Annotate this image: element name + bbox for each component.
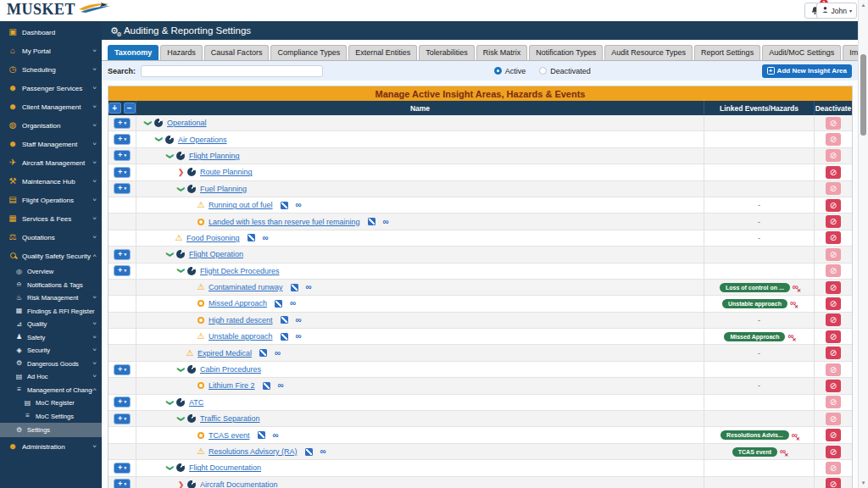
link-icon[interactable]: ∞	[290, 299, 296, 308]
sidebar-item-notifications-tags[interactable]: ⍾Notifications & Tags	[0, 279, 102, 292]
tab-audit-resource-types[interactable]: Audit Resource Types	[604, 45, 693, 60]
tab-notification-types[interactable]: Notification Types	[529, 45, 603, 60]
expand-all-button[interactable]: +	[108, 103, 121, 114]
tree-node-link[interactable]: High rated descent	[209, 316, 273, 324]
add-child-button[interactable]: +▾	[114, 413, 131, 424]
deactivate-button[interactable]: ⊘	[826, 380, 841, 392]
tree-node-link[interactable]: Aircraft Documentation	[200, 480, 278, 488]
add-new-insight-area-button[interactable]: + Add New Insight Area	[762, 64, 852, 78]
add-child-button[interactable]: +▾	[114, 183, 131, 194]
tree-node-link[interactable]: Food Poisoning	[186, 234, 240, 242]
diagram-icon[interactable]	[263, 382, 270, 390]
sidebar-item-dangerous-goods[interactable]: ⚙Dangerous Goods˅	[0, 358, 102, 371]
chevron-down-icon[interactable]: ❯	[166, 250, 174, 259]
tree-node-link[interactable]: Expired Medical	[198, 349, 252, 358]
chevron-down-icon[interactable]: ❯	[155, 135, 163, 144]
sidebar-item-client-management[interactable]: ☻Client Management˅	[0, 97, 102, 116]
sidebar-item-maintenance-hub[interactable]: ⚒Maintenance Hub˅	[0, 172, 102, 191]
sidebar-item-moc-register[interactable]: ▤MoC Register	[0, 396, 102, 410]
diagram-icon[interactable]	[281, 202, 288, 209]
sidebar-item-flight-operations[interactable]: ▤Flight Operations˅	[0, 191, 102, 209]
tree-node-link[interactable]: Unstable approach	[209, 332, 273, 341]
link-icon[interactable]: ∞	[275, 349, 281, 358]
diagram-icon[interactable]	[291, 284, 298, 291]
tree-node-link[interactable]: Air Operations	[178, 136, 227, 144]
tree-node-link[interactable]: Route Planning	[200, 168, 253, 176]
diagram-icon[interactable]	[281, 316, 288, 324]
add-child-button[interactable]: +▾	[114, 150, 131, 161]
link-icon[interactable]: ∞	[263, 234, 269, 242]
chevron-down-icon[interactable]: ❯	[177, 365, 185, 374]
tab-external-entities[interactable]: External Entities	[348, 45, 417, 60]
sidebar-item-dashboard[interactable]: ▣Dashboard	[0, 23, 102, 42]
chevron-right-icon[interactable]: ❯	[176, 481, 186, 488]
add-child-button[interactable]: +▾	[114, 134, 131, 145]
tree-node-link[interactable]: Contaminated runway	[209, 283, 283, 291]
tree-node-link[interactable]: Flight Operation	[189, 250, 243, 258]
user-menu-button[interactable]: John ▾	[816, 3, 857, 19]
tab-hazards[interactable]: Hazards	[160, 45, 203, 60]
tree-node-link[interactable]: Flight Deck Procedures	[200, 267, 280, 275]
sidebar-item-aircraft-management[interactable]: ✈Aircraft Management˅	[0, 153, 102, 172]
link-icon[interactable]: ∞	[296, 201, 302, 209]
add-child-button[interactable]: +▾	[114, 396, 131, 408]
tab-report-settings[interactable]: Report Settings	[694, 45, 760, 60]
tree-node-link[interactable]: Cabin Procedures	[200, 365, 261, 374]
deactivate-button[interactable]: ⊘	[826, 297, 841, 310]
tab-causal-factors[interactable]: Causal Factors	[204, 45, 270, 60]
scrollbar-down-arrow[interactable]: ▾	[859, 480, 868, 486]
sidebar-item-my-portal[interactable]: ⌂My Portal˅	[0, 42, 102, 60]
sidebar-item-staff-management[interactable]: ☻Staff Management˅	[0, 135, 102, 153]
diagram-icon[interactable]	[275, 300, 282, 308]
tree-node-link[interactable]: ATC	[189, 398, 203, 407]
tree-node-link[interactable]: Resolutions Advisory (RA)	[209, 447, 298, 456]
sidebar-item-administration[interactable]: ☻Administration˅	[0, 437, 102, 456]
link-icon[interactable]: ∞	[296, 332, 302, 341]
search-input[interactable]	[141, 65, 323, 77]
chevron-down-icon[interactable]: ❯	[166, 463, 174, 473]
sidebar-item-management-of-change[interactable]: ≡Management of Change˄	[0, 384, 102, 397]
tree-node-link[interactable]: Flight Planning	[189, 152, 240, 160]
linked-badge[interactable]: TCAS event	[732, 447, 777, 457]
sidebar-item-quotations[interactable]: ⚖Quotations˅	[0, 228, 102, 247]
deactivate-button[interactable]: ⊘	[826, 478, 841, 488]
sidebar-item-findings-rfi-register[interactable]: ▦Findings & RFI Register	[0, 305, 102, 319]
unlink-icon[interactable]: ∞✕	[790, 299, 796, 308]
tab-risk-matrix[interactable]: Risk Matrix	[476, 45, 528, 60]
chevron-down-icon[interactable]: ❯	[177, 184, 185, 193]
tree-node-link[interactable]: Traffic Separation	[200, 414, 260, 423]
linked-badge[interactable]: Missed Approach	[724, 332, 785, 341]
add-child-button[interactable]: +▾	[114, 479, 131, 488]
add-child-button[interactable]: +▾	[114, 463, 131, 474]
sidebar-item-scheduling[interactable]: ◷Scheduling˅	[0, 60, 102, 79]
sidebar-item-security[interactable]: ◈Security˅	[0, 344, 102, 358]
deactivate-button[interactable]: ⊘	[826, 231, 841, 244]
chevron-down-icon[interactable]: ❯	[177, 266, 185, 275]
deactivate-button[interactable]: ⊘	[826, 330, 841, 343]
tree-node-link[interactable]: Running out of fuel	[209, 201, 273, 209]
scrollbar-thumb[interactable]	[860, 54, 866, 136]
linked-badge[interactable]: Unstable approach	[722, 299, 787, 308]
unlink-icon[interactable]: ∞✕	[792, 431, 798, 440]
collapse-all-button[interactable]: −	[124, 103, 136, 114]
tree-node-link[interactable]: Operational	[167, 119, 207, 127]
tree-node-link[interactable]: Flight Documentation	[189, 463, 261, 472]
deactivate-button[interactable]: ⊘	[826, 313, 841, 326]
chevron-down-icon[interactable]: ❯	[177, 414, 185, 424]
linked-badge[interactable]: Loss of control on ...	[720, 283, 790, 292]
link-icon[interactable]: ∞	[320, 447, 326, 456]
sidebar-item-safety[interactable]: ♟Safety˅	[0, 331, 102, 345]
diagram-icon[interactable]	[368, 218, 376, 225]
deactivate-button[interactable]: ⊘	[826, 347, 841, 359]
tab-tolerabilities[interactable]: Tolerabilities	[419, 45, 475, 60]
diagram-icon[interactable]	[281, 333, 288, 341]
tree-node-link[interactable]: TCAS event	[209, 431, 250, 440]
sidebar-item-services-fees[interactable]: ▦Services & Fees˅	[0, 209, 102, 228]
sidebar-item-organisation[interactable]: ◍Organisation˅	[0, 116, 102, 135]
diagram-icon[interactable]	[305, 448, 313, 456]
sidebar-item-overview[interactable]: ◎Overview	[0, 265, 102, 279]
deactivate-button[interactable]: ⊘	[826, 429, 841, 441]
tree-node-link[interactable]: Landed with less than reserve fuel remai…	[209, 218, 360, 226]
linked-badge[interactable]: Resolutions Advis...	[721, 430, 789, 440]
sidebar-item-quality-safety-security[interactable]: Quality Safety Security˄	[0, 247, 102, 265]
